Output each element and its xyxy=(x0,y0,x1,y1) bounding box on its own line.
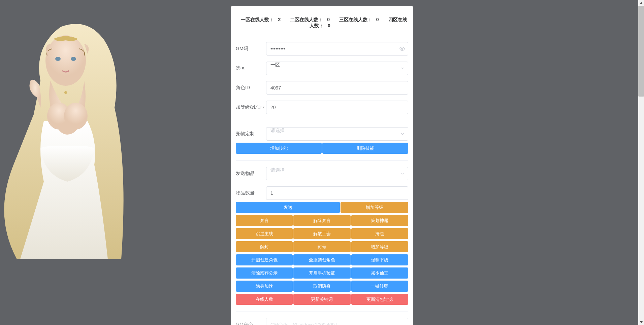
gm-cmd-input[interactable] xyxy=(266,318,408,325)
gm-code-label: GM码 xyxy=(236,46,266,52)
unmute-button[interactable]: 解除禁言 xyxy=(293,215,350,226)
gm-code-input[interactable] xyxy=(266,42,408,56)
transfer-job-button[interactable]: 一键转职 xyxy=(351,281,408,292)
del-skill-button[interactable]: 删除技能 xyxy=(322,143,408,154)
enable-phone-button[interactable]: 开启手机验证 xyxy=(293,267,350,279)
role-id-input[interactable] xyxy=(266,81,408,95)
scroll-up-icon[interactable] xyxy=(638,0,644,6)
level-input[interactable] xyxy=(266,101,408,114)
svg-marker-7 xyxy=(640,2,643,4)
skip-main-button[interactable]: 跳过主线 xyxy=(236,228,293,239)
zone-label: 选区 xyxy=(236,65,266,71)
disband-guild-button[interactable]: 解散工会 xyxy=(293,228,350,239)
svg-point-6 xyxy=(401,48,403,49)
send-item-label: 发送物品 xyxy=(236,171,266,177)
send-button[interactable]: 发送 xyxy=(236,202,340,213)
role-id-label: 角色ID xyxy=(236,85,266,91)
svg-point-0 xyxy=(45,35,86,86)
svg-marker-8 xyxy=(640,321,643,323)
svg-point-5 xyxy=(64,91,67,94)
admin-panel: 一区在线人数：2 二区在线人数：0 三区在线人数：0 四区在线人数：0 GM码 … xyxy=(231,6,413,325)
svg-point-4 xyxy=(71,57,76,61)
force-offline-button[interactable]: 强制下线 xyxy=(351,254,408,265)
global-ban-create-button[interactable]: 全服禁创角色 xyxy=(293,254,350,265)
artifact-button[interactable]: 策划神器 xyxy=(351,215,408,226)
clear-bag-button[interactable]: 清包 xyxy=(351,228,408,239)
scroll-down-icon[interactable] xyxy=(638,319,644,325)
update-clear-filter-button[interactable]: 更新清包过滤 xyxy=(351,294,408,305)
online-stats: 一区在线人数：2 二区在线人数：0 三区在线人数：0 四区在线人数：0 xyxy=(236,12,408,36)
svg-point-3 xyxy=(55,57,61,61)
add-level-button[interactable]: 增加等级 xyxy=(341,202,408,213)
add-level2-button[interactable]: 增加等级 xyxy=(351,241,408,252)
seal-button[interactable]: 封号 xyxy=(293,241,350,252)
scrollbar[interactable] xyxy=(638,0,644,325)
mute-button[interactable]: 禁言 xyxy=(236,215,293,226)
update-keyword-button[interactable]: 更新关键词 xyxy=(293,294,350,305)
cancel-hide-button[interactable]: 取消隐身 xyxy=(293,281,350,292)
item-qty-input[interactable] xyxy=(266,186,408,200)
character-image xyxy=(0,13,135,259)
scrollbar-thumb[interactable] xyxy=(638,6,644,97)
hide-speed-button[interactable]: 隐身加速 xyxy=(236,281,293,292)
clear-announce-button[interactable]: 清除殡葬公示 xyxy=(236,267,293,279)
online-count-button[interactable]: 在线人数 xyxy=(236,294,293,305)
gm-cmd-label: GM命令 xyxy=(236,322,266,325)
pet-label: 宠物定制 xyxy=(236,131,266,137)
eye-icon[interactable] xyxy=(399,46,405,51)
zone-select[interactable]: 一区 xyxy=(266,62,408,75)
enable-create-button[interactable]: 开启创建角色 xyxy=(236,254,293,265)
sub-xianyu-button[interactable]: 减少仙玉 xyxy=(351,267,408,279)
send-item-select[interactable]: 请选择 xyxy=(266,167,408,180)
unseal-button[interactable]: 解封 xyxy=(236,241,293,252)
level-label: 加等级/减仙玉 xyxy=(236,104,266,110)
pet-select[interactable]: 请选择 xyxy=(266,127,408,141)
item-qty-label: 物品数量 xyxy=(236,190,266,196)
add-skill-button[interactable]: 增加技能 xyxy=(236,143,322,154)
svg-point-2 xyxy=(64,103,88,130)
